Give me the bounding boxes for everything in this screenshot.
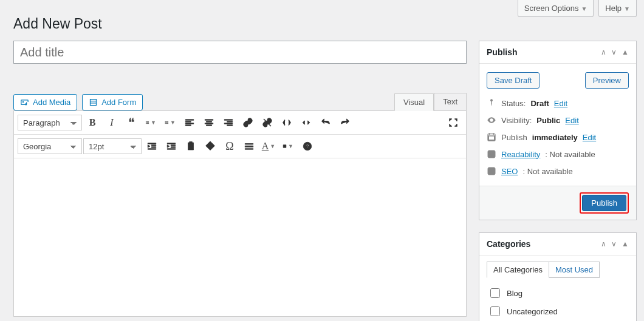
chevron-down-icon: ▼: [581, 5, 587, 12]
unlink-button[interactable]: [258, 113, 276, 132]
collapse-icon[interactable]: ▲: [622, 240, 629, 248]
code-button[interactable]: [297, 113, 315, 132]
move-down-icon[interactable]: ∨: [611, 48, 617, 56]
help-button[interactable]: Help▼: [598, 0, 637, 17]
status-value: Draft: [530, 99, 549, 108]
align-center-button[interactable]: [200, 113, 218, 132]
tab-most-used[interactable]: Most Used: [549, 262, 600, 278]
text-color-button[interactable]: A▼: [259, 137, 278, 155]
editor-toolbar-row-1: Paragraph B I ❝ ▼ ▼: [14, 111, 466, 135]
category-item[interactable]: Uncategorized: [487, 302, 629, 320]
status-label: Status:: [501, 99, 526, 108]
admin-topbar: Screen Options▼ Help▼: [518, 0, 637, 17]
edit-schedule-link[interactable]: Edit: [583, 133, 596, 142]
help-label: Help: [605, 4, 622, 13]
undo-button[interactable]: [317, 113, 335, 132]
category-checkbox[interactable]: [490, 288, 500, 298]
categories-metabox: Categories ∧ ∨ ▲ All Categories Most Use…: [479, 232, 637, 321]
status-row: Status: Draft Edit: [487, 95, 629, 112]
special-char-button[interactable]: Ω: [221, 137, 239, 155]
align-left-button[interactable]: [180, 113, 199, 132]
publish-highlight: Publish: [580, 192, 629, 214]
add-media-label: Add Media: [33, 98, 70, 107]
screen-options-label: Screen Options: [524, 4, 579, 13]
editor-mode-tabs: Visual Text: [394, 93, 467, 110]
category-checkbox[interactable]: [490, 306, 500, 316]
camera-music-icon: [20, 98, 29, 107]
link-button[interactable]: [239, 113, 257, 132]
outdent-button[interactable]: [143, 137, 161, 155]
move-down-icon[interactable]: ∨: [611, 240, 617, 248]
category-label: Uncategorized: [507, 307, 558, 316]
yoast-seo-icon: [487, 166, 496, 176]
fullscreen-button[interactable]: [444, 113, 462, 132]
add-form-button[interactable]: Add Form: [82, 94, 143, 110]
svg-rect-4: [488, 167, 495, 175]
category-label: Blog: [507, 289, 522, 298]
align-right-button[interactable]: [219, 113, 238, 132]
schedule-label: Publish: [501, 133, 527, 142]
editor-toolbar-row-2: Georgia 12pt Ω A▼ ▼ ?: [14, 135, 466, 158]
ordered-list-button[interactable]: ▼: [161, 113, 179, 132]
font-size-select[interactable]: 12pt: [83, 138, 142, 154]
seo-link[interactable]: SEO: [501, 167, 518, 176]
tab-visual[interactable]: Visual: [394, 93, 434, 111]
table-button[interactable]: ▼: [279, 137, 297, 155]
svg-rect-3: [488, 150, 495, 158]
category-item[interactable]: Blog: [487, 284, 629, 302]
font-family-select[interactable]: Georgia: [18, 138, 82, 154]
preview-button[interactable]: Preview: [585, 72, 629, 89]
move-up-icon[interactable]: ∧: [601, 240, 606, 248]
blockquote-button[interactable]: ❝: [122, 113, 140, 132]
calendar-icon: [487, 132, 496, 142]
add-media-button[interactable]: Add Media: [13, 94, 77, 110]
edit-visibility-link[interactable]: Edit: [565, 116, 578, 125]
visibility-row: Visibility: Public Edit: [487, 112, 629, 129]
publish-metabox: Publish ∧ ∨ ▲ Save Draft Preview Status:…: [479, 41, 637, 220]
pin-icon: [487, 98, 496, 108]
editor-container: Paragraph B I ❝ ▼ ▼: [13, 110, 467, 317]
visibility-value: Public: [536, 116, 560, 125]
screen-options-button[interactable]: Screen Options▼: [518, 0, 594, 17]
move-up-icon[interactable]: ∧: [601, 48, 606, 56]
form-icon: [89, 98, 98, 107]
page-title: Add New Post: [13, 16, 644, 32]
redo-button[interactable]: [336, 113, 354, 132]
tab-text[interactable]: Text: [434, 93, 467, 110]
editor-content-area[interactable]: [14, 158, 466, 316]
main-column: Add Media Add Form Visual Text Paragraph…: [13, 41, 467, 317]
chevron-down-icon: ▼: [170, 120, 176, 126]
bullet-list-button[interactable]: ▼: [142, 113, 160, 132]
visibility-label: Visibility:: [501, 116, 532, 125]
indent-button[interactable]: [162, 137, 180, 155]
add-form-label: Add Form: [101, 98, 136, 107]
readability-value: : Not available: [545, 150, 595, 159]
bold-button[interactable]: B: [83, 113, 101, 132]
categories-heading: Categories: [487, 239, 530, 249]
hr-button[interactable]: [240, 137, 258, 155]
tag-button[interactable]: [201, 137, 219, 155]
post-title-input[interactable]: [13, 41, 467, 64]
shortcode-button[interactable]: [278, 113, 296, 132]
seo-value: : Not available: [522, 167, 572, 176]
publish-heading: Publish: [487, 47, 518, 57]
seo-row: SEO : Not available: [487, 163, 629, 180]
tab-all-categories[interactable]: All Categories: [487, 262, 549, 278]
publish-button[interactable]: Publish: [582, 195, 626, 211]
italic-button[interactable]: I: [103, 113, 121, 132]
chevron-down-icon: ▼: [288, 143, 293, 149]
eye-icon: [487, 115, 496, 125]
chevron-down-icon: ▼: [151, 120, 156, 126]
chevron-down-icon: ▼: [624, 5, 630, 12]
yoast-readability-icon: [487, 149, 496, 159]
collapse-icon[interactable]: ▲: [622, 48, 629, 56]
paste-button[interactable]: [182, 137, 200, 155]
help-icon-button[interactable]: ?: [298, 137, 317, 155]
format-select[interactable]: Paragraph: [18, 115, 82, 130]
svg-text:?: ?: [306, 143, 309, 149]
readability-link[interactable]: Readability: [501, 150, 540, 159]
save-draft-button[interactable]: Save Draft: [487, 72, 540, 89]
edit-status-link[interactable]: Edit: [554, 99, 567, 108]
readability-row: Readability : Not available: [487, 146, 629, 163]
schedule-value: immediately: [532, 133, 578, 142]
